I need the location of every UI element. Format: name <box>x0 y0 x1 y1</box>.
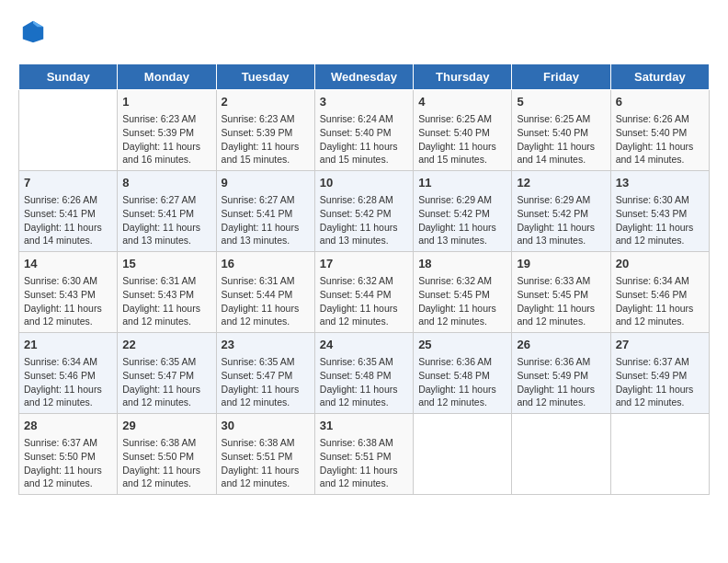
day-number: 25 <box>418 337 506 353</box>
calendar-cell: 19Sunrise: 6:33 AMSunset: 5:45 PMDayligh… <box>512 252 610 333</box>
cell-info-line: Daylight: 11 hours <box>616 221 704 235</box>
calendar-cell: 26Sunrise: 6:36 AMSunset: 5:49 PMDayligh… <box>512 333 610 414</box>
cell-info-line: Sunset: 5:45 PM <box>418 288 506 302</box>
cell-info-line: Sunset: 5:39 PM <box>122 126 210 140</box>
cell-info-line: and 12 minutes. <box>222 315 310 328</box>
cell-info-line: Sunrise: 6:32 AM <box>418 274 506 288</box>
day-number: 28 <box>24 418 112 434</box>
cell-info-line: Daylight: 11 hours <box>517 302 605 316</box>
cell-info-line: Sunset: 5:47 PM <box>222 369 310 383</box>
calendar-cell: 13Sunrise: 6:30 AMSunset: 5:43 PMDayligh… <box>610 171 709 252</box>
calendar-cell: 20Sunrise: 6:34 AMSunset: 5:46 PMDayligh… <box>610 252 709 333</box>
cell-info-line: and 16 minutes. <box>122 153 210 167</box>
cell-info-line: Sunset: 5:41 PM <box>24 207 112 221</box>
cell-info-line: Sunrise: 6:25 AM <box>517 112 605 126</box>
day-number: 6 <box>616 94 704 110</box>
cell-info-line: Sunrise: 6:26 AM <box>24 193 112 207</box>
calendar-cell: 28Sunrise: 6:37 AMSunset: 5:50 PMDayligh… <box>19 413 118 494</box>
calendar-cell: 5Sunrise: 6:25 AMSunset: 5:40 PMDaylight… <box>512 90 610 171</box>
cell-info-line: Daylight: 11 hours <box>616 302 704 316</box>
cell-info-line: Daylight: 11 hours <box>222 302 310 316</box>
cell-info-line: Sunset: 5:49 PM <box>517 369 605 383</box>
cell-info-line: Sunrise: 6:23 AM <box>122 112 210 126</box>
cell-info-line: and 12 minutes. <box>320 477 408 490</box>
cell-info-line: Sunrise: 6:30 AM <box>24 274 112 288</box>
calendar-cell: 3Sunrise: 6:24 AMSunset: 5:40 PMDaylight… <box>314 90 413 171</box>
day-number: 13 <box>616 175 704 191</box>
cell-info-line: Daylight: 11 hours <box>320 383 408 396</box>
cell-info-line: Daylight: 11 hours <box>122 464 210 477</box>
calendar-cell: 24Sunrise: 6:35 AMSunset: 5:48 PMDayligh… <box>314 333 413 414</box>
cell-info-line: Sunrise: 6:36 AM <box>517 355 605 369</box>
cell-info-line: Sunset: 5:48 PM <box>418 369 506 383</box>
cell-info-line: Daylight: 11 hours <box>418 302 506 316</box>
day-number: 10 <box>320 175 408 191</box>
cell-info-line: Daylight: 11 hours <box>222 221 310 235</box>
cell-info-line: Sunset: 5:42 PM <box>320 207 408 221</box>
cell-info-line: Daylight: 11 hours <box>24 464 112 477</box>
cell-info-line: and 12 minutes. <box>616 234 704 247</box>
cell-info-line: Sunrise: 6:29 AM <box>517 193 605 207</box>
cell-info-line: and 12 minutes. <box>517 315 605 328</box>
cell-info-line: Sunset: 5:43 PM <box>616 207 704 221</box>
cell-info-line: Sunrise: 6:34 AM <box>24 355 112 369</box>
cell-info-line: Daylight: 11 hours <box>320 140 408 154</box>
calendar-cell: 22Sunrise: 6:35 AMSunset: 5:47 PMDayligh… <box>118 333 216 414</box>
calendar-cell: 25Sunrise: 6:36 AMSunset: 5:48 PMDayligh… <box>414 333 512 414</box>
cell-info-line: Daylight: 11 hours <box>320 464 408 477</box>
col-header-tuesday: Tuesday <box>216 64 314 90</box>
col-header-friday: Friday <box>512 64 610 90</box>
cell-info-line: Sunset: 5:50 PM <box>24 450 112 464</box>
cell-info-line: Sunrise: 6:31 AM <box>222 274 310 288</box>
cell-info-line: Sunrise: 6:38 AM <box>320 436 408 450</box>
cell-info-line: Daylight: 11 hours <box>616 383 704 396</box>
day-number: 19 <box>517 256 605 272</box>
cell-info-line: Sunrise: 6:38 AM <box>122 436 210 450</box>
calendar-header: SundayMondayTuesdayWednesdayThursdayFrid… <box>19 64 710 90</box>
cell-info-line: Daylight: 11 hours <box>517 221 605 235</box>
cell-info-line: Sunrise: 6:28 AM <box>320 193 408 207</box>
day-number: 31 <box>320 418 408 434</box>
cell-info-line: Sunrise: 6:35 AM <box>222 355 310 369</box>
cell-info-line: Sunset: 5:43 PM <box>24 288 112 302</box>
calendar-cell: 7Sunrise: 6:26 AMSunset: 5:41 PMDaylight… <box>19 171 118 252</box>
cell-info-line: Daylight: 11 hours <box>418 140 506 154</box>
cell-info-line: Sunset: 5:39 PM <box>222 126 310 140</box>
cell-info-line: and 12 minutes. <box>24 396 112 409</box>
cell-info-line: and 12 minutes. <box>616 396 704 409</box>
day-number: 5 <box>517 94 605 110</box>
calendar-cell: 2Sunrise: 6:23 AMSunset: 5:39 PMDaylight… <box>216 90 314 171</box>
day-number: 8 <box>122 175 210 191</box>
day-number: 30 <box>222 418 310 434</box>
cell-info-line: Daylight: 11 hours <box>122 140 210 154</box>
day-number: 2 <box>222 94 310 110</box>
cell-info-line: Daylight: 11 hours <box>24 302 112 316</box>
cell-info-line: and 14 minutes. <box>616 153 704 167</box>
cell-info-line: Sunset: 5:43 PM <box>122 288 210 302</box>
cell-info-line: Sunset: 5:51 PM <box>222 450 310 464</box>
cell-info-line: Sunrise: 6:36 AM <box>418 355 506 369</box>
cell-info-line: Daylight: 11 hours <box>517 140 605 154</box>
cell-info-line: Sunset: 5:50 PM <box>122 450 210 464</box>
cell-info-line: Sunrise: 6:35 AM <box>122 355 210 369</box>
col-header-monday: Monday <box>118 64 216 90</box>
cell-info-line: and 14 minutes. <box>517 153 605 167</box>
calendar-cell: 12Sunrise: 6:29 AMSunset: 5:42 PMDayligh… <box>512 171 610 252</box>
day-number: 21 <box>24 337 112 353</box>
cell-info-line: Sunset: 5:40 PM <box>320 126 408 140</box>
cell-info-line: Sunset: 5:40 PM <box>418 126 506 140</box>
day-number: 7 <box>24 175 112 191</box>
day-number: 14 <box>24 256 112 272</box>
cell-info-line: and 14 minutes. <box>24 234 112 247</box>
day-number: 23 <box>222 337 310 353</box>
logo <box>18 18 46 49</box>
calendar-cell <box>19 90 118 171</box>
calendar-cell <box>610 413 709 494</box>
cell-info-line: Daylight: 11 hours <box>616 140 704 154</box>
calendar-cell: 11Sunrise: 6:29 AMSunset: 5:42 PMDayligh… <box>414 171 512 252</box>
cell-info-line: Sunset: 5:44 PM <box>320 288 408 302</box>
cell-info-line: Sunrise: 6:27 AM <box>122 193 210 207</box>
cell-info-line: Sunrise: 6:26 AM <box>616 112 704 126</box>
calendar-week-5: 28Sunrise: 6:37 AMSunset: 5:50 PMDayligh… <box>19 413 710 494</box>
cell-info-line: and 15 minutes. <box>320 153 408 167</box>
